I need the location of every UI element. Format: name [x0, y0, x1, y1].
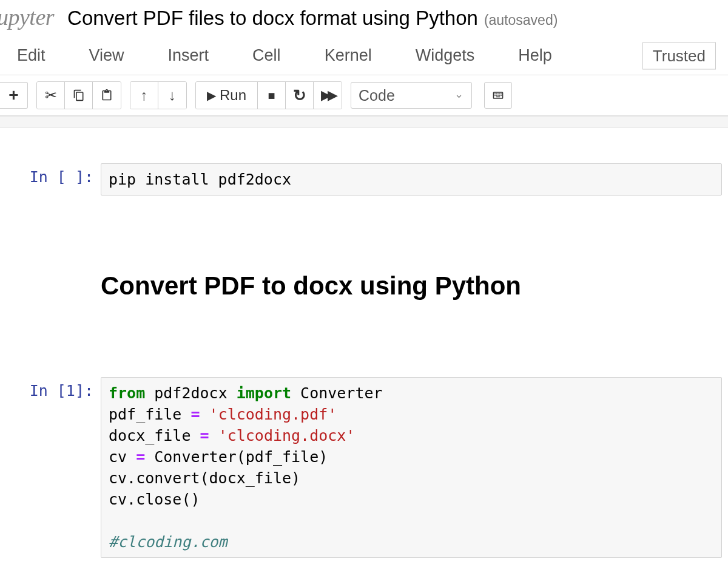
code-input[interactable]: from pdf2docx import Converter pdf_file … [101, 377, 722, 558]
copy-button[interactable] [65, 82, 93, 109]
code-input[interactable]: pip install pdf2docx [101, 163, 722, 195]
input-prompt [21, 226, 101, 231]
cut-button[interactable]: ✂ [37, 82, 65, 109]
arrow-up-icon: ↑ [141, 87, 148, 104]
copy-icon [73, 89, 85, 101]
cell-type-select[interactable]: Code [351, 82, 472, 109]
command-palette-button[interactable] [484, 82, 512, 109]
menu-cell[interactable]: Cell [249, 40, 285, 71]
trusted-badge[interactable]: Trusted [642, 42, 716, 69]
menu-view[interactable]: View [86, 40, 128, 71]
move-down-button[interactable]: ↓ [158, 82, 186, 109]
jupyter-logo[interactable]: upyter [0, 4, 54, 30]
markdown-cell[interactable]: Convert PDF to docx using Python [0, 226, 728, 347]
menu-help[interactable]: Help [514, 40, 556, 71]
autosaved-label: (autosaved) [484, 12, 558, 29]
restart-button[interactable]: ↻ [286, 82, 314, 109]
notebook-title[interactable]: Convert PDF files to docx format using P… [67, 7, 478, 30]
cut-copy-paste-group: ✂ [36, 81, 121, 109]
toolbar-separator [0, 116, 728, 128]
menu-widgets[interactable]: Widgets [412, 40, 479, 71]
notebook-area: In [ ]: pip install pdf2docx Convert PDF… [0, 128, 728, 561]
interrupt-button[interactable]: ■ [258, 82, 286, 109]
markdown-heading: Convert PDF to docx using Python [101, 268, 722, 304]
restart-run-all-button[interactable]: ▶▶ [314, 82, 342, 109]
code-cell[interactable]: In [1]: from pdf2docx import Converter p… [0, 377, 728, 561]
stop-icon: ■ [268, 89, 275, 103]
plus-icon: + [8, 86, 18, 105]
play-icon: ▶ [207, 88, 216, 103]
code-cell[interactable]: In [ ]: pip install pdf2docx [0, 163, 728, 195]
run-group: ▶ Run ■ ↻ ▶▶ [195, 81, 342, 109]
cell-type-select-wrap: Code ⌄ [351, 82, 472, 109]
restart-icon: ↻ [293, 86, 306, 105]
input-prompt: In [1]: [21, 377, 101, 399]
keyboard-icon [492, 89, 504, 101]
input-prompt: In [ ]: [21, 163, 101, 186]
arrow-down-icon: ↓ [169, 87, 176, 104]
menu-edit[interactable]: Edit [13, 40, 49, 71]
menubar: Edit View Insert Cell Kernel Widgets Hel… [0, 36, 728, 75]
run-label: Run [220, 87, 246, 104]
run-button[interactable]: ▶ Run [196, 82, 258, 109]
menu-kernel[interactable]: Kernel [321, 40, 376, 71]
scissors-icon: ✂ [45, 87, 57, 104]
menu-insert[interactable]: Insert [164, 40, 213, 71]
insert-cell-below-button[interactable]: + [0, 82, 28, 109]
move-group: ↑ ↓ [130, 81, 187, 109]
move-up-button[interactable]: ↑ [130, 82, 158, 109]
fast-forward-icon: ▶▶ [321, 87, 334, 103]
toolbar: + ✂ ↑ ↓ ▶ Run ■ ↻ ▶▶ [0, 75, 728, 116]
header: upyter Convert PDF files to docx format … [0, 0, 728, 36]
paste-icon [101, 89, 113, 101]
paste-button[interactable] [93, 82, 121, 109]
